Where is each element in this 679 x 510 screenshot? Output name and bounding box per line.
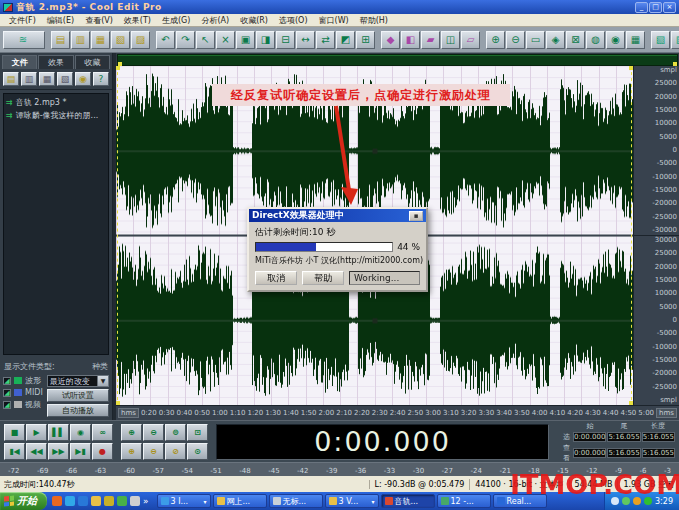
organizer-options-button[interactable]: ▧ [57,72,73,86]
file-properties-button[interactable]: ▨ [131,31,150,49]
rewind-button[interactable]: ◀◀ [26,443,47,460]
convert-sample-type-button[interactable]: ⇄ [316,31,335,49]
record-button[interactable]: ● [92,443,113,460]
auto-play-button[interactable]: 自动播放 [47,404,109,417]
save-as-button[interactable]: ▧ [111,31,130,49]
menu-item-9[interactable]: 帮助(H) [355,15,393,26]
task-button-5[interactable]: 12 -... [437,494,491,508]
menu-item-6[interactable]: 收藏(R) [235,15,273,26]
menu-item-2[interactable]: 查看(V) [80,15,118,26]
minimize-button[interactable]: _ [635,2,648,13]
file-list-item[interactable]: ⇉谭咏麟-像我这样的朋... [6,109,106,122]
zoom-selection-button[interactable]: ⊡ [187,424,208,441]
file-type-checkbox[interactable]: ◢ [3,389,11,397]
dialog-title-bar[interactable]: DirectX效果器处理中 ▪ [249,209,426,222]
zoom-full-button[interactable]: ⊜ [165,424,186,441]
amplitude-ruler[interactable]: smpl2500020000150001000050000-5000-10000… [633,66,679,405]
organizer-help-button[interactable]: ? [93,72,109,86]
overview-right-marker[interactable] [673,62,677,66]
fast-forward-button[interactable]: ▶▶ [48,443,69,460]
pan-envelope-button[interactable]: ▰ [421,31,440,49]
go-to-end-button[interactable]: ▶▮ [70,443,91,460]
filter-effect-button[interactable]: ⊠ [566,31,585,49]
menu-item-7[interactable]: 选项(O) [274,15,313,26]
cue-list-button[interactable]: ▨ [671,31,679,49]
sort-dropdown[interactable]: 最近的改变 ▼ [47,375,109,387]
picture-viewer-icon[interactable] [117,496,127,506]
file-list[interactable]: ⇉音轨 2.mp3 *⇉谭咏麟-像我这样的朋... [3,93,109,355]
timeline-ruler[interactable]: hms 0:200:300:400:501:001:101:201:301:40… [116,405,679,420]
task-button-1[interactable]: 网上... [213,494,267,508]
normalize-effect-button[interactable]: ▭ [526,31,545,49]
paste-button[interactable]: ◨ [256,31,275,49]
pen-icon[interactable] [130,496,140,506]
close-file-button[interactable]: ▥ [21,72,37,86]
help-button[interactable]: 帮助 [302,271,344,285]
task-button-3[interactable]: 3 V...▾ [325,494,379,508]
dialog-close-button[interactable]: ▪ [409,211,423,221]
maximize-button[interactable]: □ [649,2,662,13]
play-selected-file-button[interactable]: ◉ [75,72,91,86]
play-to-end-button[interactable]: ∞ [92,424,113,441]
zoom-left-edge-button[interactable]: ⊘ [165,443,186,460]
quick-launch-overflow[interactable]: » [143,496,149,506]
insert-file-button[interactable]: ▦ [39,72,55,86]
zoom-in-vertical-button[interactable]: ⊕ [121,443,142,460]
ie-icon[interactable] [78,496,88,506]
eq-effect-button[interactable]: ◈ [546,31,565,49]
delay-effect-button[interactable]: ◉ [606,31,625,49]
zoom-right-edge-button[interactable]: ⊙ [187,443,208,460]
spectral-view-button[interactable]: ◆ [381,31,400,49]
file-type-checkbox[interactable]: ◢ [3,401,11,409]
trim-button[interactable]: ↔ [296,31,315,49]
file-list-item[interactable]: ⇉音轨 2.mp3 * [6,96,106,109]
copy-button[interactable]: ▣ [236,31,255,49]
amplify-effect-button[interactable]: ⊕ [486,31,505,49]
chevron-down-icon[interactable]: ▼ [97,376,108,386]
media-player-icon[interactable] [52,496,62,506]
cancel-button[interactable]: 取消 [255,271,297,285]
zoom-in-button[interactable]: ⊕ [121,424,142,441]
organizer-tab-0[interactable]: 文件 [2,55,37,69]
zoom-out-button[interactable]: ⊖ [143,424,164,441]
undo-button[interactable]: ↶ [156,31,175,49]
split-view-button[interactable]: ◫ [441,31,460,49]
menu-item-1[interactable]: 编辑(E) [42,15,79,26]
organizer-tab-2[interactable]: 收藏 [75,55,110,69]
audition-settings-button[interactable]: 试听设置 [47,389,109,402]
mix-paste-button[interactable]: ⊟ [276,31,295,49]
zoom-out-vertical-button[interactable]: ⊖ [143,443,164,460]
menu-item-0[interactable]: 文件(F) [4,15,41,26]
start-button[interactable]: 开始 [0,492,47,510]
menu-item-5[interactable]: 分析(A) [196,15,234,26]
play-looped-button[interactable]: ◉ [70,424,91,441]
cut-button[interactable]: × [216,31,235,49]
overview-scrollbar[interactable] [117,54,678,66]
task-button-4[interactable]: 音轨... [381,494,435,508]
batch-process-button[interactable]: ▦ [626,31,645,49]
range-view-button[interactable]: ▱ [461,31,480,49]
go-to-start-button[interactable]: ▮◀ [4,443,25,460]
save-file-button[interactable]: ▦ [91,31,110,49]
winamp-icon[interactable] [104,496,114,506]
play-button[interactable]: ▶ [26,424,47,441]
stop-button[interactable]: ■ [4,424,25,441]
waveform-view-button[interactable]: ◧ [401,31,420,49]
file-type-checkbox[interactable]: ◢ [3,377,11,385]
menu-item-8[interactable]: 窗口(W) [314,15,354,26]
menu-item-4[interactable]: 生成(G) [157,15,195,26]
multitrack-view-toggle-button[interactable]: ≋ [3,31,45,49]
organizer-tab-1[interactable]: 效果 [38,55,73,69]
reverb-effect-button[interactable]: ◍ [586,31,605,49]
folder-icon[interactable] [91,496,101,506]
open-file-button[interactable]: ▥ [71,31,90,49]
close-button[interactable]: × [663,2,676,13]
pause-button[interactable]: ▌▌ [48,424,69,441]
menu-item-3[interactable]: 效果(T) [119,15,156,26]
task-button-0[interactable]: 3 I...▾ [157,494,211,508]
task-button-2[interactable]: 无标... [269,494,323,508]
redo-button[interactable]: ↷ [176,31,195,49]
insert-to-multitrack-button[interactable]: ⊞ [356,31,375,49]
reduce-effect-button[interactable]: ⊖ [506,31,525,49]
msn-icon[interactable] [65,496,75,506]
